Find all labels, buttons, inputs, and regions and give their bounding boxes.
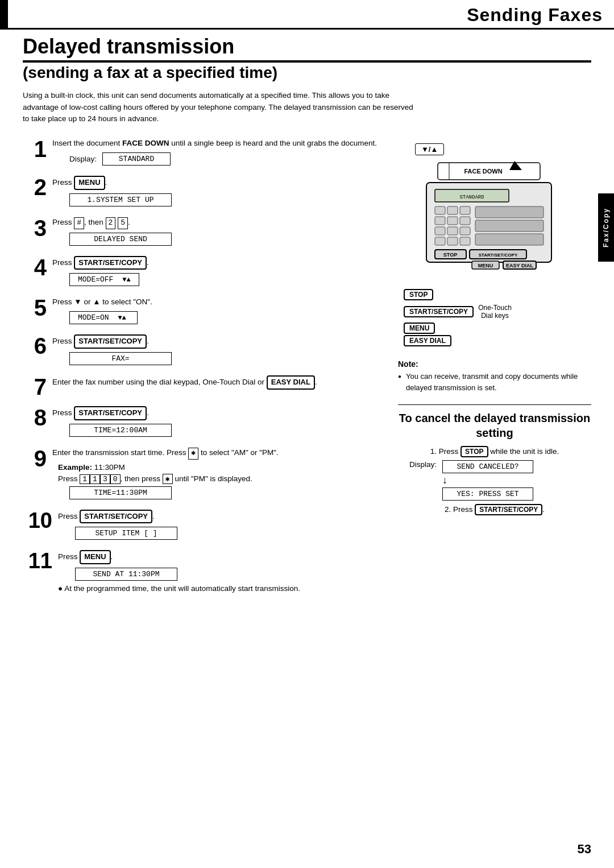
step-3-text: Press #, then 2 5. xyxy=(52,217,387,229)
step-1: 1 Insert the document FACE DOWN until a … xyxy=(23,138,387,168)
va-arrows-4: ▼▲ xyxy=(122,276,130,284)
svg-rect-19 xyxy=(475,220,544,232)
step-2-content: Press MENU. 1.SYSTEM SET UP xyxy=(52,176,387,209)
step-9: 9 Enter the transmission start time. Pre… xyxy=(23,447,387,502)
page-header: Sending Faxes xyxy=(0,0,614,30)
menu-label: MENU xyxy=(404,323,435,334)
step-2: 2 Press MENU. 1.SYSTEM SET UP xyxy=(23,176,387,209)
cancel-display-stack: SEND CANCELED? ↓ YES: PRESS SET xyxy=(442,460,533,501)
note-title: Note: xyxy=(398,359,591,369)
header-left-bar xyxy=(0,0,8,28)
step-1-number: 1 xyxy=(23,138,47,160)
step-10-content: Press START/SET/COPY. SETUP ITEM [ ] xyxy=(58,510,387,543)
page-description: Using a built-in clock, this unit can se… xyxy=(23,90,421,126)
svg-rect-11 xyxy=(460,217,470,225)
cancel-display-2: YES: PRESS SET xyxy=(442,487,533,501)
step-2-text: Press MENU. xyxy=(52,176,387,190)
step-5-display-box: MODE=ON ▼▲ xyxy=(69,311,138,324)
menu-btn-ref: MENU xyxy=(74,176,105,190)
menu-btn-ref-11: MENU xyxy=(80,550,110,564)
start-set-copy-btn-cancel: START/SET/COPY xyxy=(475,504,542,515)
step-1-display-box: STANDARD xyxy=(102,152,171,166)
step-8-display-row: TIME=12:00AM xyxy=(69,424,387,437)
step-10-display-row: SETUP ITEM [ ] xyxy=(75,527,387,540)
step-3-display-row: DELAYED SEND xyxy=(69,233,387,246)
cancel-title: To cancel the delayed transmission setti… xyxy=(398,411,591,440)
step-10-display-box: SETUP ITEM [ ] xyxy=(75,527,177,540)
fax-illustration: ▼/▲ FACE DOWN STANDARD xyxy=(398,143,591,514)
svg-rect-15 xyxy=(435,237,445,245)
svg-rect-10 xyxy=(447,217,458,225)
step-6-number: 6 xyxy=(23,334,47,357)
hash-key: # xyxy=(74,217,84,229)
step-1-display-row: Display: STANDARD xyxy=(69,152,387,166)
step-6: 6 Press START/SET/COPY. FAX= xyxy=(23,334,387,367)
step-10: 10 Press START/SET/COPY. SETUP ITEM [ ] xyxy=(23,510,387,543)
va-arrows-5: ▼▲ xyxy=(118,314,126,322)
step-3-number: 3 xyxy=(23,217,47,239)
start-set-copy-label: START/SET/COPY xyxy=(404,306,474,317)
start-label-row: START/SET/COPY One-Touch Dial keys xyxy=(404,304,512,320)
key-0: 0 xyxy=(110,474,121,484)
step-11-display-row: SEND AT 11:30PM xyxy=(75,568,387,581)
step-11-content: Press MENU. SEND AT 11:30PM ● At the pro… xyxy=(58,550,387,593)
step-10-number: 10 xyxy=(23,510,52,531)
page-title: Delayed transmission xyxy=(23,35,591,63)
step-4: 4 Press START/SET/COPY. MODE=OFF ▼▲ xyxy=(23,256,387,289)
svg-rect-17 xyxy=(460,237,470,245)
two-col-layout: 1 Insert the document FACE DOWN until a … xyxy=(23,138,591,601)
menu-label-row: MENU xyxy=(404,323,435,332)
start-set-copy-btn-ref-6: START/SET/COPY xyxy=(74,334,147,349)
step-5-content: Press ▼ or ▲ to select "ON". MODE=ON ▼▲ xyxy=(52,296,387,326)
page-header-title: Sending Faxes xyxy=(467,5,603,26)
step-2-display-box: 1.SYSTEM SET UP xyxy=(69,193,172,206)
step-2-display-row: 1.SYSTEM SET UP xyxy=(69,193,387,206)
key-3: 3 xyxy=(100,474,110,484)
svg-text:STANDARD: STANDARD xyxy=(459,195,484,200)
cancel-arrow-down: ↓ xyxy=(442,474,447,486)
note-item: You can receive, transmit and copy docum… xyxy=(398,371,591,393)
step-7: 7 Enter the fax number using the dial ke… xyxy=(23,375,387,398)
start-set-copy-btn-ref-10: START/SET/COPY xyxy=(80,510,152,524)
svg-text:FACE DOWN: FACE DOWN xyxy=(464,168,502,175)
page-subtitle: (sending a fax at a specified time) xyxy=(23,64,591,82)
step-4-display-row: MODE=OFF ▼▲ xyxy=(69,273,387,286)
step-9-text: Enter the transmission start time. Press… xyxy=(52,447,387,460)
step-10-text: Press START/SET/COPY. xyxy=(58,510,387,524)
cancel-display-1: SEND CANCELED? xyxy=(442,460,533,473)
cancel-step-2: 2. Press START/SET/COPY. xyxy=(398,505,591,514)
stop-label: STOP xyxy=(404,289,433,300)
step-1-text: Insert the document FACE DOWN until a si… xyxy=(52,138,387,149)
right-column: ▼/▲ FACE DOWN STANDARD xyxy=(398,138,591,601)
step-3: 3 Press #, then 2 5. DELAYED SEND xyxy=(23,217,387,248)
steps-column: 1 Insert the document FACE DOWN until a … xyxy=(23,138,387,601)
cancel-display-label: Display: xyxy=(409,460,437,469)
step-4-display-box: MODE=OFF ▼▲ xyxy=(69,273,139,286)
easy-dial-label-row: EASY DIAL xyxy=(404,336,451,345)
step-4-number: 4 xyxy=(23,256,47,279)
step-11-text: Press MENU. xyxy=(58,550,387,564)
step-1-display-label: Display: xyxy=(69,155,97,163)
cancel-display-row: Display: SEND CANCELED? ↓ YES: PRESS SET xyxy=(409,460,591,501)
svg-text:MENU: MENU xyxy=(478,263,493,268)
arrow-indicator-row: ▼/▲ xyxy=(398,143,591,155)
step-4-text: Press START/SET/COPY. xyxy=(52,256,387,270)
step-8-content: Press START/SET/COPY. TIME=12:00AM xyxy=(52,406,387,439)
step-4-content: Press START/SET/COPY. MODE=OFF ▼▲ xyxy=(52,256,387,289)
easy-dial-label: EASY DIAL xyxy=(404,335,451,346)
svg-rect-16 xyxy=(447,237,458,245)
svg-rect-13 xyxy=(447,227,458,235)
step-1-content: Insert the document FACE DOWN until a si… xyxy=(52,138,387,168)
svg-rect-6 xyxy=(435,206,445,214)
step-6-text: Press START/SET/COPY. xyxy=(52,334,387,349)
step-9-content: Enter the transmission start time. Press… xyxy=(52,447,387,502)
svg-text:START/SET/COPY: START/SET/COPY xyxy=(479,253,518,258)
key-1a: 1 xyxy=(80,474,90,484)
step-9-extra: Example: 11:30PM Press 1130, then press … xyxy=(58,463,387,484)
cancel-section: To cancel the delayed transmission setti… xyxy=(398,404,591,514)
stop-btn-cancel: STOP xyxy=(460,446,488,457)
step-8-number: 8 xyxy=(23,406,47,429)
step-11-number: 11 xyxy=(23,550,52,572)
svg-rect-8 xyxy=(460,206,470,214)
step-6-display-box: FAX= xyxy=(69,352,172,365)
